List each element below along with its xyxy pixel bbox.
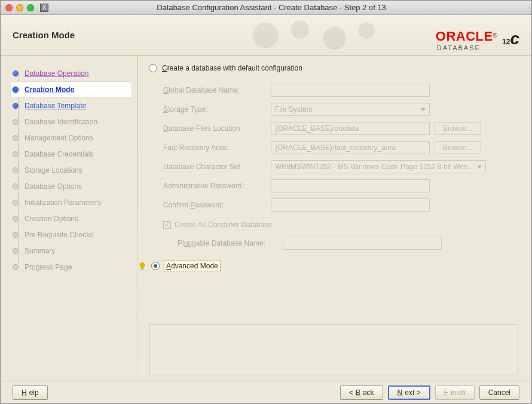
lightbulb-icon: [138, 262, 146, 270]
app-icon: X: [40, 4, 48, 12]
sidebar-step: Creation Mode: [10, 81, 132, 97]
page-title: Creation Mode: [13, 30, 75, 40]
step-bullet-icon: [13, 119, 19, 125]
sidebar-step: Storage Locations: [13, 162, 132, 178]
radio-default-config[interactable]: Create a database with default configura…: [149, 64, 518, 72]
step-label: Database Operation: [25, 69, 88, 78]
svg-point-0: [252, 23, 278, 48]
sidebar-step[interactable]: Database Template: [13, 97, 132, 114]
close-icon[interactable]: [5, 4, 13, 11]
step-bullet-icon: [13, 87, 19, 93]
step-bullet-icon: [13, 232, 19, 238]
checkbox-icon: ✓: [163, 221, 171, 229]
step-bullet-icon: [13, 264, 19, 270]
brand-text: ORACLE: [436, 29, 493, 44]
titlebar: X Database Configuration Assistant - Cre…: [1, 1, 531, 15]
sidebar-step: Initialization Parameters: [13, 194, 132, 210]
step-label: Database Options: [25, 182, 82, 191]
sidebar-step: Summary: [13, 243, 132, 259]
pluggable-db-field: [283, 237, 442, 250]
step-bullet-icon: [13, 167, 19, 173]
sidebar: Database OperationCreation ModeDatabase …: [1, 56, 137, 381]
chevron-down-icon: [477, 166, 482, 169]
chevron-down-icon: [421, 108, 426, 111]
svg-rect-4: [141, 268, 143, 270]
step-label: Progress Page: [25, 263, 72, 271]
step-label: Management Options: [25, 134, 93, 142]
cancel-button[interactable]: Cancel: [479, 385, 519, 400]
back-button[interactable]: < Back: [340, 385, 383, 400]
radio-icon: [151, 262, 160, 270]
decorative-gears: [240, 18, 389, 54]
radio-advanced-mode[interactable]: Advanced Mode: [138, 261, 518, 271]
step-bullet-icon: [13, 216, 19, 222]
svg-point-3: [358, 23, 374, 39]
charset-label: Database Character Set:: [163, 163, 271, 171]
footer: Help < Back Next > Finish Cancel: [1, 381, 531, 403]
storage-type-label: Storage Type:: [163, 105, 271, 114]
radio-icon: [149, 64, 157, 72]
step-label: Pre Requisite Checks: [25, 231, 93, 239]
step-label: Summary: [25, 247, 55, 255]
brand-version: 12c: [502, 23, 519, 50]
svg-point-2: [323, 27, 346, 50]
description-box: [149, 325, 518, 375]
body: Database OperationCreation ModeDatabase …: [1, 56, 531, 381]
step-label: Database Template: [25, 102, 86, 110]
charset-value: WE8MSWIN1252 - MS Windows Code Page 1252…: [275, 163, 475, 171]
brand-logo: ORACLE® DATABASE 12c: [436, 23, 519, 50]
help-button[interactable]: Help: [13, 385, 48, 400]
container-db-checkbox: ✓ Create As Container Database: [163, 221, 518, 229]
storage-type-value: File System: [275, 105, 313, 114]
step-label: Creation Mode: [25, 85, 74, 94]
step-bullet-icon: [13, 135, 19, 141]
browse-fast-recovery-button: Browse...: [435, 141, 481, 154]
zoom-icon[interactable]: [27, 4, 34, 11]
finish-button: Finish: [435, 385, 475, 400]
confirm-password-field: [271, 198, 430, 212]
step-bullet-icon: [13, 248, 19, 254]
pluggable-db-label: Pluggable Database Name:: [178, 239, 283, 247]
step-label: Initialization Parameters: [25, 198, 101, 207]
confirm-password-label: Confirm Password:: [163, 201, 271, 209]
fast-recovery-label: Fast Recovery Area:: [163, 143, 271, 152]
sidebar-step: Database Credentials: [13, 146, 132, 162]
sidebar-step: Progress Page: [13, 259, 132, 275]
step-label: Creation Options: [25, 215, 78, 223]
minimize-icon[interactable]: [16, 4, 23, 11]
steps-list: Database OperationCreation ModeDatabase …: [13, 65, 132, 275]
fast-recovery-field: [271, 141, 430, 154]
brand-subtext: DATABASE: [437, 44, 481, 51]
admin-password-label: Administrative Password :: [163, 182, 271, 190]
radio-advanced-label: Advanced Mode: [164, 261, 220, 271]
app-window: X Database Configuration Assistant - Cre…: [0, 0, 532, 404]
step-label: Database Identification: [25, 118, 97, 126]
admin-password-field: [271, 179, 430, 192]
window-controls: [5, 4, 34, 11]
step-bullet-icon: [13, 103, 19, 109]
step-bullet-icon: [13, 71, 19, 76]
sidebar-step[interactable]: Database Operation: [13, 65, 132, 81]
sidebar-step: Management Options: [13, 130, 132, 146]
global-db-name-field: [271, 84, 430, 97]
sidebar-step: Pre Requisite Checks: [13, 227, 132, 243]
step-bullet-icon: [13, 200, 19, 206]
container-db-label: Create As Container Database: [175, 221, 272, 229]
window-title: Database Configuration Assistant - Creat…: [52, 3, 491, 12]
step-label: Database Credentials: [25, 150, 93, 158]
step-bullet-icon: [13, 183, 19, 189]
sidebar-step: Database Identification: [13, 114, 132, 130]
storage-type-select: File System: [271, 103, 430, 116]
header: Creation Mode ORACLE® DATABASE 12c: [1, 15, 531, 56]
step-bullet-icon: [13, 151, 19, 157]
global-db-name-label: Global Database Name:: [163, 86, 271, 94]
default-config-form: Global Database Name: Storage Type: File…: [163, 81, 518, 253]
next-button[interactable]: Next >: [388, 385, 430, 400]
svg-point-1: [291, 20, 309, 39]
db-files-location-field: [271, 122, 430, 135]
main-panel: Create a database with default configura…: [138, 56, 531, 381]
radio-default-label: Create a database with default configura…: [162, 64, 302, 72]
sidebar-step: Database Options: [13, 178, 132, 194]
browse-db-files-button: Browse...: [435, 122, 481, 135]
step-label: Storage Locations: [25, 166, 82, 175]
